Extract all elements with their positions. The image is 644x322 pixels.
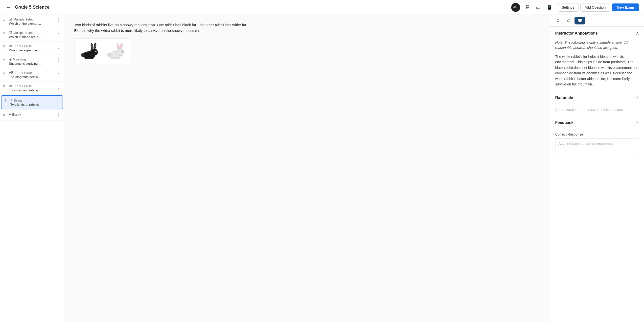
question-sidebar: 1☑Multiple SelectWhich of the elemen...⋮… [0,15,64,322]
sidebar-menu-5[interactable]: ⋮ [56,71,61,76]
type-icon-4: ◈ [9,57,12,61]
type-label-2: Multiple Select [13,31,34,34]
sidebar-menu-2[interactable]: ⋮ [56,31,61,36]
sidebar-preview-1: Which of the elemen... [9,22,54,25]
view-toggle-icons: ✏ 🖥 ▭ 📱 [511,3,554,12]
rationale-section: Rationale ∧ Add rationale for the answer… [550,91,644,116]
svg-point-9 [81,53,84,57]
sidebar-item-1[interactable]: 1☑Multiple SelectWhich of the elemen...⋮ [0,15,64,28]
sidebar-item-6[interactable]: 6ABTrue / FalseThis man is climbing ...⋮ [0,81,64,95]
rabbit-images-container [74,38,131,64]
svg-point-13 [116,49,124,56]
sidebar-preview-7: Two kinds of rabbits ... [10,103,52,106]
header: ← Grade 5 Science ✏ 🖥 ▭ 📱 Settings Add Q… [0,0,644,15]
feedback-header[interactable]: Feedback ∧ [550,116,644,129]
type-label-5: True / False [15,71,32,75]
sidebar-item-8[interactable]: 8≡Essay⋮ [0,110,64,121]
correct-response-input[interactable]: Add feedback for correct responses [555,138,639,153]
sidebar-item-5[interactable]: 5ABTrue / FalseThe diagrams below ...⋮ [0,68,64,81]
type-label-3: True / False [15,44,32,48]
sidebar-type-3: ABTrue / False [9,44,54,48]
sidebar-num-2: 2 [3,31,7,35]
sidebar-num-7: 7 [4,99,8,103]
type-icon-2: ☑ [9,31,12,34]
sidebar-item-3[interactable]: 3ABTrue / FalseDuring an experime...⋮ [0,41,64,55]
sidebar-preview-3: During an experime... [9,48,54,52]
sidebar-menu-1[interactable]: ⋮ [56,17,61,23]
sidebar-preview-2: Which of these are a... [9,35,54,39]
sidebar-content-6: ABTrue / FalseThis man is climbing ... [9,84,54,92]
add-question-button[interactable]: Add Question [580,3,610,11]
instructor-annotations-header[interactable]: Instructor Annotations ∧ [550,27,644,40]
white-rabbit-image [104,42,127,60]
tag-tab[interactable]: 🏷 [564,17,574,24]
sidebar-preview-6: This man is climbing ... [9,88,54,92]
type-label-6: True / False [15,84,32,88]
sidebar-preview-5: The diagrams below ... [9,75,54,79]
feedback-section: Feedback ∧ Correct Response Add feedback… [550,116,644,157]
sidebar-item-7[interactable]: 7≡EssayTwo kinds of rabbits ...⋮ [1,95,63,109]
sidebar-type-7: ≡Essay [10,98,52,102]
sidebar-type-1: ☑Multiple Select [9,17,54,21]
sidebar-menu-7[interactable]: ⋮ [54,98,60,104]
sidebar-type-5: ABTrue / False [9,71,54,75]
sidebar-num-3: 3 [3,44,7,48]
svg-point-8 [97,52,98,53]
pencil-icon-button[interactable]: ✏ [511,3,520,12]
settings-tab[interactable]: ⚙ [553,17,563,24]
panel-tabs: ⚙ 🏷 💬 [550,15,644,27]
instructor-annotations-section: Instructor Annotations ∧ Note: The follo… [550,27,644,91]
rationale-body: Add rationale for the answer to this que… [550,104,644,116]
type-icon-8: ≡ [9,112,11,116]
sidebar-content-1: ☑Multiple SelectWhich of the elemen... [9,17,54,25]
svg-point-22 [111,57,115,59]
header-left: ← Grade 5 Science [5,3,511,11]
type-icon-7: ≡ [10,98,12,102]
feedback-body: Correct Response Add feedback for correc… [550,132,644,157]
sidebar-menu-4[interactable]: ⋮ [56,57,61,63]
main-layout: 1☑Multiple SelectWhich of the elemen...⋮… [0,15,644,322]
annotation-text: The white rabbit's fur helps it blend in… [555,54,639,87]
annotations-body: Note: The following is only a sample ans… [550,40,644,91]
monitor-icon-button[interactable]: 🖥 [524,3,531,11]
svg-point-21 [107,53,110,57]
sidebar-type-6: ABTrue / False [9,84,54,88]
annotations-toggle-icon: ∧ [636,31,639,36]
type-label-4: Matching [13,57,26,61]
sidebar-num-8: 8 [3,113,7,117]
svg-point-1 [90,49,98,56]
sidebar-menu-3[interactable]: ⋮ [56,44,61,49]
header-actions: Settings Add Question New Exam [558,3,639,11]
svg-point-19 [122,51,122,51]
back-button[interactable]: ← [5,3,12,11]
annotation-note: Note: The following is only a sample ans… [555,40,639,50]
sidebar-content-5: ABTrue / FalseThe diagrams below ... [9,71,54,79]
new-exam-button[interactable]: New Exam [612,3,639,11]
chat-tab[interactable]: 💬 [574,17,586,24]
svg-point-7 [96,51,96,51]
type-icon-1: ☑ [9,17,12,21]
instructor-annotations-title: Instructor Annotations [555,31,598,35]
right-panel: ⚙ 🏷 💬 Instructor Annotations ∧ Note: The… [550,15,644,322]
svg-point-20 [124,52,124,53]
type-label-7: Essay [14,99,22,102]
sidebar-item-4[interactable]: 4◈MatchingSuzanne is studying ...⋮ [0,55,64,68]
phone-icon-button[interactable]: 📱 [546,3,554,11]
feedback-toggle-icon: ∧ [636,120,639,126]
type-label-8: Essay [12,113,21,116]
tablet-icon-button[interactable]: ▭ [535,3,542,11]
type-icon-6: AB [9,84,14,88]
sidebar-menu-6[interactable]: ⋮ [56,84,61,89]
sidebar-preview-4: Suzanne is studying ... [9,62,54,65]
sidebar-item-2[interactable]: 2☑Multiple SelectWhich of these are a...… [0,28,64,41]
sidebar-num-6: 6 [3,84,7,88]
settings-button[interactable]: Settings [558,3,579,11]
rationale-placeholder[interactable]: Add rationale for the answer to this que… [555,108,623,112]
question-text: Two kinds of rabbits live on a snowy mou… [74,22,247,33]
sidebar-content-4: ◈MatchingSuzanne is studying ... [9,57,54,65]
sidebar-menu-8[interactable]: ⋮ [56,112,61,118]
rationale-header[interactable]: Rationale ∧ [550,91,644,104]
correct-response-label: Correct Response [555,132,639,136]
svg-point-23 [116,57,120,59]
svg-point-11 [90,57,94,59]
